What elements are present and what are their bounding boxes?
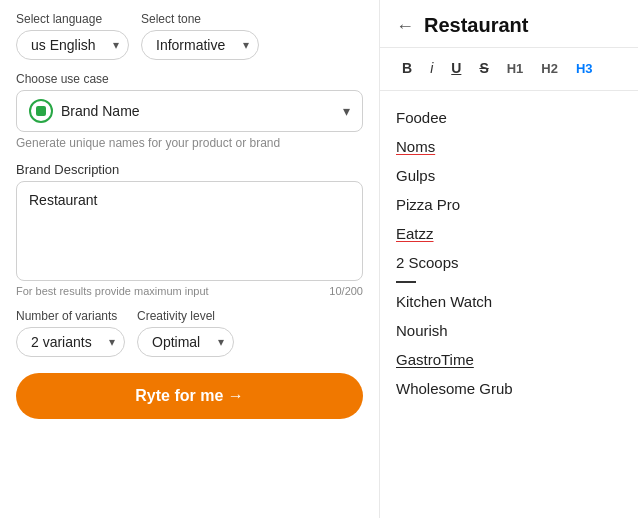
result-item[interactable]: 2 Scoops — [396, 248, 622, 277]
variants-group: Number of variants 1 variant 2 variants … — [16, 309, 125, 357]
language-select-wrapper: us English uk English Spanish French ▾ — [16, 30, 129, 60]
variants-select[interactable]: 1 variant 2 variants 3 variants 4 varian… — [16, 327, 125, 357]
use-case-icon-inner — [36, 106, 46, 116]
result-item[interactable]: Eatzz — [396, 219, 622, 248]
italic-button[interactable]: i — [424, 56, 439, 82]
creativity-label: Creativity level — [137, 309, 234, 323]
tone-select-wrapper: Informative Formal Casual Friendly ▾ — [141, 30, 259, 60]
use-case-hint: Generate unique names for your product o… — [16, 136, 363, 150]
result-item[interactable]: GastroTime — [396, 345, 622, 374]
toolbar: B i U S H1 H2 H3 — [380, 48, 638, 91]
back-arrow-icon[interactable]: ← — [396, 17, 414, 35]
desc-count: 10/200 — [329, 285, 363, 297]
creativity-select-wrapper: Low Optimal High ▾ — [137, 327, 234, 357]
use-case-value: Brand Name — [61, 103, 343, 119]
ryte-for-me-button[interactable]: Ryte for me → — [16, 373, 363, 419]
use-case-section: Choose use case Brand Name ▾ Generate un… — [16, 72, 363, 150]
right-panel: ← Restaurant B i U S H1 H2 H3 FoodeeNoms… — [380, 0, 638, 518]
use-case-chevron-icon: ▾ — [343, 103, 350, 119]
tone-select[interactable]: Informative Formal Casual Friendly — [141, 30, 259, 60]
result-item[interactable]: Noms — [396, 132, 622, 161]
creativity-group: Creativity level Low Optimal High ▾ — [137, 309, 234, 357]
result-item[interactable]: Nourish — [396, 316, 622, 345]
use-case-label: Choose use case — [16, 72, 363, 86]
brand-desc-section: Brand Description Restaurant For best re… — [16, 162, 363, 297]
brand-desc-textarea[interactable]: Restaurant — [16, 181, 363, 281]
result-item[interactable]: Kitchen Watch — [396, 287, 622, 316]
tone-field-group: Select tone Informative Formal Casual Fr… — [141, 12, 259, 60]
language-select[interactable]: us English uk English Spanish French — [16, 30, 129, 60]
language-field-group: Select language us English uk English Sp… — [16, 12, 129, 60]
language-tone-row: Select language us English uk English Sp… — [16, 12, 363, 60]
creativity-select[interactable]: Low Optimal High — [137, 327, 234, 357]
h3-button[interactable]: H3 — [570, 57, 599, 81]
variants-creativity-row: Number of variants 1 variant 2 variants … — [16, 309, 363, 357]
desc-hint: For best results provide maximum input — [16, 285, 209, 297]
right-header: ← Restaurant — [380, 0, 638, 48]
bold-button[interactable]: B — [396, 56, 418, 82]
strikethrough-button[interactable]: S — [473, 56, 494, 82]
language-label: Select language — [16, 12, 129, 26]
variants-select-wrapper: 1 variant 2 variants 3 variants 4 varian… — [16, 327, 125, 357]
result-divider — [396, 281, 416, 283]
brand-desc-label: Brand Description — [16, 162, 363, 177]
result-item[interactable]: Foodee — [396, 103, 622, 132]
desc-footer: For best results provide maximum input 1… — [16, 285, 363, 297]
tone-label: Select tone — [141, 12, 259, 26]
results-list: FoodeeNomsGulpsPizza ProEatzz2 ScoopsKit… — [380, 91, 638, 518]
variants-label: Number of variants — [16, 309, 125, 323]
use-case-select[interactable]: Brand Name ▾ — [16, 90, 363, 132]
h1-button[interactable]: H1 — [501, 57, 530, 81]
h2-button[interactable]: H2 — [535, 57, 564, 81]
result-item[interactable]: Wholesome Grub — [396, 374, 622, 403]
use-case-icon — [29, 99, 53, 123]
right-title: Restaurant — [424, 14, 528, 37]
left-panel: Select language us English uk English Sp… — [0, 0, 380, 518]
result-item[interactable]: Pizza Pro — [396, 190, 622, 219]
underline-button[interactable]: U — [445, 56, 467, 82]
result-item[interactable]: Gulps — [396, 161, 622, 190]
